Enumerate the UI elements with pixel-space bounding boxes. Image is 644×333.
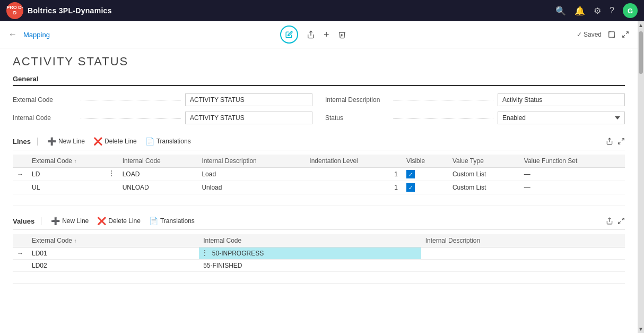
topbar-left: PRO D-D Boltrics 3PL-Dynamics	[6, 2, 112, 19]
lines-toolbar-right	[606, 138, 625, 145]
lines-row2-value-function-set: —	[520, 181, 625, 194]
values-row1-internal-code[interactable]: ⋮ 50-INPROGRESS	[199, 247, 421, 260]
values-empty-row	[13, 272, 625, 284]
values-row1-dots-menu[interactable]: ⋮	[201, 249, 210, 257]
lines-row1-internal-description[interactable]: Load	[197, 168, 305, 181]
lines-col-internal-code: Internal Code	[118, 155, 198, 168]
values-delete-line-label: Delete Line	[108, 217, 141, 225]
table-row: LD02 55-FINISHED	[13, 260, 625, 272]
action-bar: ← Mapping + ✓ Saved	[0, 21, 638, 48]
delete-button[interactable]	[338, 30, 346, 39]
values-delete-line-button[interactable]: ❌ Delete Line	[94, 216, 144, 226]
values-row2-external-code[interactable]: LD02	[28, 260, 199, 272]
values-share-icon[interactable]	[606, 217, 613, 225]
edit-button[interactable]	[280, 25, 298, 44]
internal-code-input[interactable]	[185, 112, 312, 124]
values-translations-button[interactable]: 📄 Translations	[146, 216, 198, 226]
expand-button[interactable]	[608, 31, 615, 38]
svg-line-5	[622, 139, 624, 141]
table-row: → LD ⋮ LOAD Load 1 ✓ Custom List —	[13, 168, 625, 181]
lines-section-title: Lines	[13, 138, 38, 146]
values-toolbar-right	[606, 217, 625, 225]
add-button[interactable]: +	[324, 29, 329, 40]
values-new-line-icon: ➕	[51, 217, 60, 225]
lines-col-value-function-set: Value Function Set	[520, 155, 625, 168]
lines-delete-line-button[interactable]: ❌ Delete Line	[90, 136, 140, 147]
question-icon[interactable]: ?	[610, 6, 614, 15]
lines-row1-value-type[interactable]: Custom List	[448, 168, 520, 181]
status-dotted	[393, 118, 493, 118]
lines-table-header: External Code ↑ Internal Code Internal D…	[13, 155, 625, 168]
external-code-row: External Code	[13, 93, 312, 106]
values-translations-icon: 📄	[149, 217, 158, 225]
values-new-line-label: New Line	[62, 217, 89, 225]
lines-row2-value-type[interactable]: Custom List	[448, 181, 520, 194]
lines-expand-icon[interactable]	[617, 138, 625, 145]
lines-new-line-button[interactable]: ➕ New Line	[44, 136, 88, 147]
lines-share-icon[interactable]	[606, 138, 613, 145]
lines-row2-external-code[interactable]: UL	[28, 181, 118, 194]
status-select[interactable]: Enabled Disabled	[498, 112, 625, 124]
row-empty-arrow	[13, 181, 28, 194]
scrollbar-thumb[interactable]	[639, 31, 643, 74]
values-row2-internal-code[interactable]: 55-FINISHED	[199, 260, 421, 272]
lines-new-line-label: New Line	[58, 138, 85, 145]
main-wrap: ← Mapping + ✓ Saved	[0, 21, 644, 333]
form-scroll: General External Code Internal Descripti…	[0, 73, 638, 333]
values-new-line-button[interactable]: ➕ New Line	[48, 216, 92, 226]
page-title: ACTIVITY STATUS	[0, 48, 638, 73]
values-table-header: External Code ↑ Internal Code Internal D…	[13, 234, 625, 247]
lines-row1-value-function-set: —	[520, 168, 625, 181]
lines-row2-internal-code[interactable]: UNLOAD	[118, 181, 198, 194]
internal-code-label: Internal Code	[13, 114, 76, 122]
internal-description-input[interactable]	[498, 93, 625, 106]
svg-line-3	[623, 35, 625, 37]
lines-col-value-type: Value Type	[448, 155, 520, 168]
lines-row2-internal-description[interactable]: Unload	[197, 181, 305, 194]
search-icon[interactable]: 🔍	[555, 6, 566, 16]
scroll-down-arrow[interactable]: ▼	[637, 325, 644, 333]
lines-delete-line-label: Delete Line	[105, 138, 137, 145]
table-row: UL UNLOAD Unload 1 ✓ Custom List —	[13, 181, 625, 194]
scroll-up-arrow[interactable]: ▲	[637, 21, 644, 29]
values-row1-external-code[interactable]: LD01	[28, 247, 199, 260]
fullscreen-button[interactable]	[622, 31, 629, 38]
breadcrumb[interactable]: Mapping	[23, 31, 50, 39]
topbar-right: 🔍 🔔 ⚙ ? G	[555, 3, 638, 18]
bell-icon[interactable]: 🔔	[575, 6, 585, 16]
external-code-label: External Code	[13, 96, 76, 104]
lines-row1-visible[interactable]: ✓	[402, 168, 448, 181]
values-row1-internal-description[interactable]	[421, 247, 625, 260]
lines-row1-external-code[interactable]: LD ⋮	[28, 168, 118, 181]
svg-line-6	[619, 142, 621, 144]
lines-table-body: → LD ⋮ LOAD Load 1 ✓ Custom List —	[13, 168, 625, 206]
values-delete-line-icon: ❌	[97, 217, 106, 225]
logo-badge: PRO D-D	[6, 2, 23, 19]
lines-row2-indentation-level: 1	[305, 181, 402, 194]
lines-row1-internal-code[interactable]: LOAD	[118, 168, 198, 181]
topbar: PRO D-D Boltrics 3PL-Dynamics 🔍 🔔 ⚙ ? G	[0, 0, 644, 21]
translations-icon: 📄	[145, 137, 154, 146]
share-button[interactable]	[307, 30, 315, 39]
gear-icon[interactable]: ⚙	[594, 6, 601, 16]
values-expand-icon[interactable]	[617, 217, 625, 225]
avatar[interactable]: G	[623, 3, 638, 18]
internal-description-label: Internal Description	[325, 96, 389, 104]
app-brand: Boltrics 3PL-Dynamics	[28, 6, 112, 15]
external-code-input[interactable]	[185, 93, 312, 106]
internal-description-row: Internal Description	[325, 93, 625, 106]
lines-row1-visible-checkbox[interactable]: ✓	[406, 170, 415, 178]
lines-col-internal-description: Internal Description	[197, 155, 305, 168]
general-section-header: General	[13, 75, 625, 86]
values-row2-internal-description[interactable]	[421, 260, 625, 272]
lines-row1-dots-menu[interactable]: ⋮	[108, 169, 116, 177]
lines-row2-visible-checkbox[interactable]: ✓	[406, 183, 415, 192]
right-scrollbar: ▲ ▼	[638, 21, 644, 333]
lines-row2-visible[interactable]: ✓	[402, 181, 448, 194]
lines-col-indentation-level: Indentation Level	[305, 155, 402, 168]
lines-translations-button[interactable]: 📄 Translations	[142, 136, 194, 147]
table-row: → LD01 ⋮ 50-INPROGRESS	[13, 247, 625, 260]
values-col-internal-description: Internal Description	[421, 234, 625, 247]
values-col-internal-code: Internal Code	[199, 234, 421, 247]
back-button[interactable]: ←	[8, 30, 17, 39]
